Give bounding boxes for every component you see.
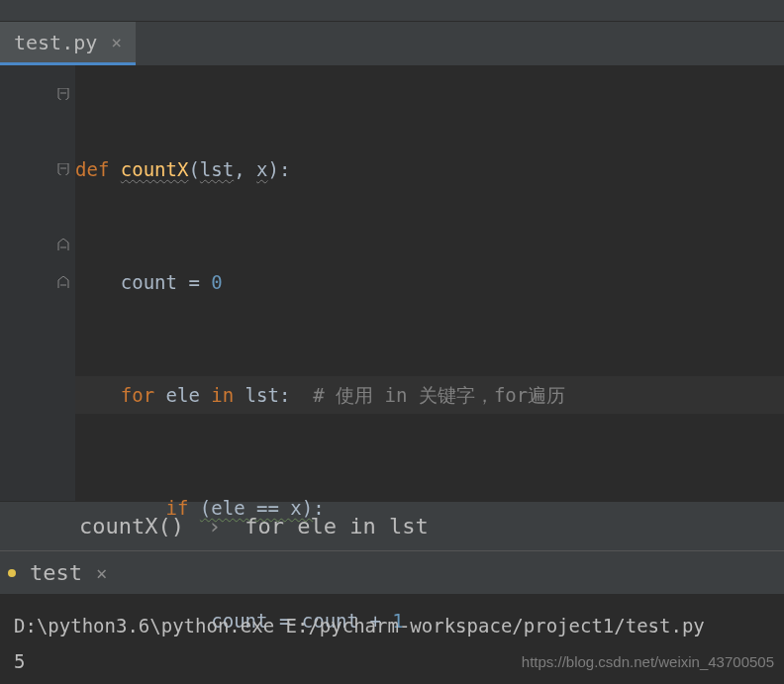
run-marker-icon: [8, 569, 16, 577]
run-tab-label: test: [30, 560, 82, 585]
breadcrumb-item[interactable]: for ele in lst: [245, 514, 428, 538]
comment: # 使用 in 关键字，for遍历: [313, 384, 565, 406]
editor-tab-testpy[interactable]: test.py ×: [0, 22, 136, 65]
fold-icon[interactable]: [57, 75, 69, 113]
watermark: https://blog.csdn.net/weixin_43700505: [522, 653, 774, 670]
param-lst: lst: [200, 158, 234, 180]
fold-end-icon[interactable]: [57, 263, 69, 301]
close-icon[interactable]: ×: [111, 32, 122, 52]
keyword-def: def: [75, 158, 121, 180]
title-bar: [0, 0, 784, 22]
code-area[interactable]: def countX(lst, x): count = 0 for ele in…: [75, 65, 784, 501]
code-editor[interactable]: def countX(lst, x): count = 0 for ele in…: [0, 65, 784, 501]
keyword-for: for: [75, 384, 166, 406]
chevron-right-icon: ›: [208, 514, 221, 538]
run-tab-test[interactable]: test ×: [0, 551, 123, 594]
fold-icon[interactable]: [57, 150, 69, 188]
console-output: 5: [14, 650, 25, 672]
param-x: x: [256, 158, 267, 180]
gutter: [0, 65, 75, 501]
editor-tab-bar: test.py ×: [0, 22, 784, 65]
close-icon[interactable]: ×: [96, 562, 107, 584]
fold-end-icon[interactable]: [57, 226, 69, 263]
breadcrumb-item[interactable]: countX(): [79, 514, 184, 538]
tab-label: test.py: [14, 31, 97, 54]
keyword-in: in: [211, 384, 245, 406]
function-name: countX: [121, 158, 189, 180]
console-line: D:\python3.6\python.exe E:/pycharm-works…: [14, 615, 705, 636]
